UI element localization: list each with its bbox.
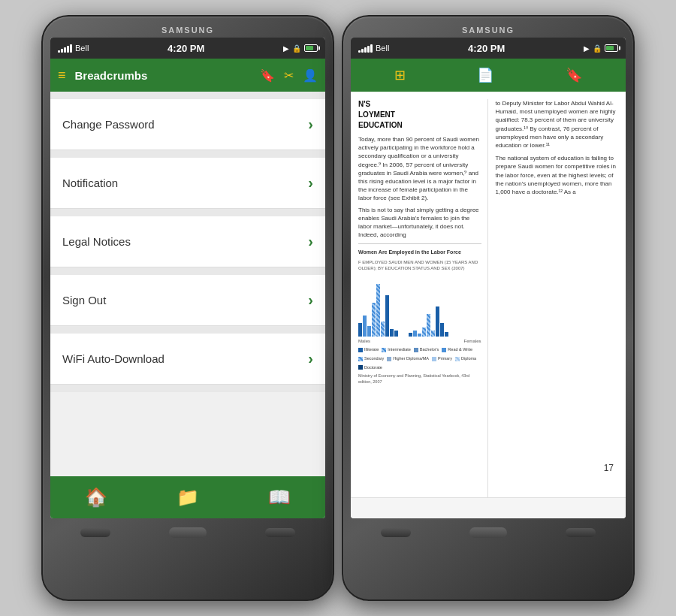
article-para-1: Today, more than 90 percent of Saudi wom… bbox=[358, 135, 481, 203]
bar-intermediate-m bbox=[372, 303, 376, 337]
bar-group-females bbox=[409, 306, 448, 337]
home-button[interactable] bbox=[169, 527, 207, 538]
bar-bachelors-f bbox=[436, 306, 439, 337]
signal-icon-right bbox=[358, 44, 373, 53]
menu-item-notification[interactable]: Notification › bbox=[50, 158, 325, 209]
right-para-2: The national system of education is fail… bbox=[496, 154, 619, 196]
app-header-left: ≡ Breadcrumbs 🔖 ✂ 👤 bbox=[50, 59, 325, 92]
article-left: N'SLOYMENTEDUCATION Today, more than 90 … bbox=[358, 99, 488, 511]
document-icon[interactable]: 📄 bbox=[477, 67, 493, 83]
phone-buttons-left bbox=[50, 521, 325, 544]
reader-header: ⊞ 📄 🔖 bbox=[351, 59, 626, 92]
status-bar-left: Bell 4:20 PM ▶ 🔒 bbox=[50, 38, 325, 59]
menu-item-legal-notices[interactable]: Legal Notices › bbox=[50, 216, 325, 267]
article-heading: N'SLOYMENTEDUCATION bbox=[358, 99, 481, 131]
home-nav-icon[interactable]: 🏠 bbox=[85, 487, 107, 508]
signal-icon bbox=[58, 44, 72, 53]
bottom-nav-left: 🏠 📁 📖 bbox=[50, 476, 325, 518]
lock-icon: 🔒 bbox=[292, 44, 301, 53]
carrier-label-right: Bell bbox=[376, 44, 389, 53]
status-bar-right: Bell 4:20 PM ▶ 🔒 bbox=[351, 38, 626, 59]
chevron-right-icon-2: › bbox=[308, 174, 313, 192]
bar-primary-m bbox=[367, 326, 371, 337]
chevron-right-icon-1: › bbox=[308, 116, 313, 133]
location-icon-right: ▶ bbox=[584, 44, 590, 53]
grid-icon[interactable]: ⊞ bbox=[394, 67, 406, 83]
article-right: to Deputy Minister for Labor Abdul Wahid… bbox=[494, 99, 619, 511]
carrier-label: Bell bbox=[75, 44, 89, 53]
phones-container: SAMSUNG Bell 4:20 PM ▶ 🔒 bbox=[34, 8, 642, 608]
bar-readwrite-f bbox=[413, 331, 417, 337]
screen-right: Bell 4:20 PM ▶ 🔒 ⊞ 📄 🔖 bbox=[351, 38, 626, 518]
chart-subtitle: F EMPLOYED SAUDI MEN AND WOMEN (15 YEARS… bbox=[358, 259, 481, 272]
phone-buttons-right bbox=[351, 521, 626, 544]
menu-item-sign-out[interactable]: Sign Out › bbox=[50, 275, 325, 326]
bar-secondary-m bbox=[376, 284, 380, 337]
bar-illiterate-m bbox=[358, 323, 362, 337]
chart-axis-labels: Males Females bbox=[358, 338, 481, 344]
legend-doctorate: Doctorate bbox=[358, 365, 382, 371]
separator-3 bbox=[50, 267, 325, 275]
chevron-right-icon-3: › bbox=[308, 233, 313, 250]
phone-right: SAMSUNG Bell 4:20 PM ▶ 🔒 bbox=[342, 15, 635, 601]
bar-illiterate-f bbox=[409, 333, 412, 337]
menu-button-right[interactable] bbox=[566, 528, 596, 537]
legend-secondary: Secondary bbox=[358, 356, 384, 362]
bar-primary-f bbox=[418, 334, 421, 337]
menu-icon[interactable]: ≡ bbox=[58, 68, 66, 83]
chevron-right-icon-5: › bbox=[308, 350, 313, 367]
bar-higherdip-f bbox=[440, 323, 444, 337]
bar-diploma-m bbox=[381, 322, 385, 337]
time-label-right: 4:20 PM bbox=[468, 43, 505, 54]
legend-diploma: Diploma bbox=[455, 356, 476, 362]
back-button[interactable] bbox=[80, 528, 110, 537]
bar-higherdip-m bbox=[390, 329, 394, 337]
right-para: to Deputy Minister for Labor Abdul Wahid… bbox=[496, 99, 619, 149]
males-label: Males bbox=[358, 338, 370, 344]
brand-left: SAMSUNG bbox=[50, 26, 325, 35]
legend-higherdip: Higher Diploma/MA bbox=[387, 356, 429, 362]
brand-right: SAMSUNG bbox=[351, 26, 626, 35]
bar-secondary-f bbox=[427, 314, 430, 337]
header-title: Breadcrumbs bbox=[75, 69, 254, 82]
legend-readwrite: Read & Write bbox=[442, 347, 472, 353]
chart-area: Women Are Employed in the Labor Force F … bbox=[358, 243, 481, 385]
females-label: Females bbox=[463, 338, 481, 344]
separator-5 bbox=[50, 385, 325, 392]
chevron-right-icon-4: › bbox=[308, 291, 313, 309]
profile-icon[interactable]: 👤 bbox=[303, 68, 318, 83]
home-button-right[interactable] bbox=[469, 527, 507, 538]
reader-content: N'SLOYMENTEDUCATION Today, more than 90 … bbox=[351, 92, 626, 518]
menu-item-wifi[interactable]: WiFi Auto-Download › bbox=[50, 334, 325, 385]
folder-nav-icon[interactable]: 📁 bbox=[177, 487, 199, 508]
bar-readwrite-m bbox=[363, 316, 367, 337]
back-button-right[interactable] bbox=[381, 528, 411, 537]
chart-legend: Illiterate Intermediate Bachelor's bbox=[358, 347, 481, 370]
chart-bars bbox=[358, 276, 481, 337]
phone-left: SAMSUNG Bell 4:20 PM ▶ 🔒 bbox=[41, 15, 334, 601]
legend-illiterate: Illiterate bbox=[358, 347, 379, 353]
bar-diploma-f bbox=[431, 331, 435, 337]
bar-doctorate-m bbox=[394, 331, 398, 337]
bar-group-males bbox=[358, 284, 398, 337]
legend-primary: Primary bbox=[432, 356, 452, 362]
article-para-2: This is not to say that simply getting a… bbox=[358, 206, 481, 240]
separator-2 bbox=[50, 209, 325, 216]
lock-icon-right: 🔒 bbox=[593, 44, 602, 53]
screen-left: Bell 4:20 PM ▶ 🔒 ≡ Breadcrumbs 🔖 ✂ bbox=[50, 38, 325, 518]
bar-doctorate-f bbox=[445, 332, 448, 337]
bookmark-icon[interactable]: 🔖 bbox=[260, 68, 275, 83]
location-icon: ▶ bbox=[283, 44, 289, 53]
book-nav-icon[interactable]: 📖 bbox=[268, 487, 291, 508]
sign-out-label: Sign Out bbox=[62, 294, 106, 306]
notification-label: Notification bbox=[62, 177, 118, 189]
menu-item-change-password[interactable]: Change Password › bbox=[50, 99, 325, 150]
menu-button[interactable] bbox=[265, 528, 295, 537]
chart-source: Ministry of Economy and Planning, Statis… bbox=[358, 373, 481, 385]
menu-list: Change Password › Notification › Legal N… bbox=[50, 92, 325, 392]
separator-4 bbox=[50, 326, 325, 334]
separator-top bbox=[50, 92, 325, 99]
chart-title: Women Are Employed in the Labor Force bbox=[358, 249, 481, 256]
reader-bookmark-icon[interactable]: 🔖 bbox=[566, 67, 582, 83]
tools-icon[interactable]: ✂ bbox=[284, 68, 294, 83]
